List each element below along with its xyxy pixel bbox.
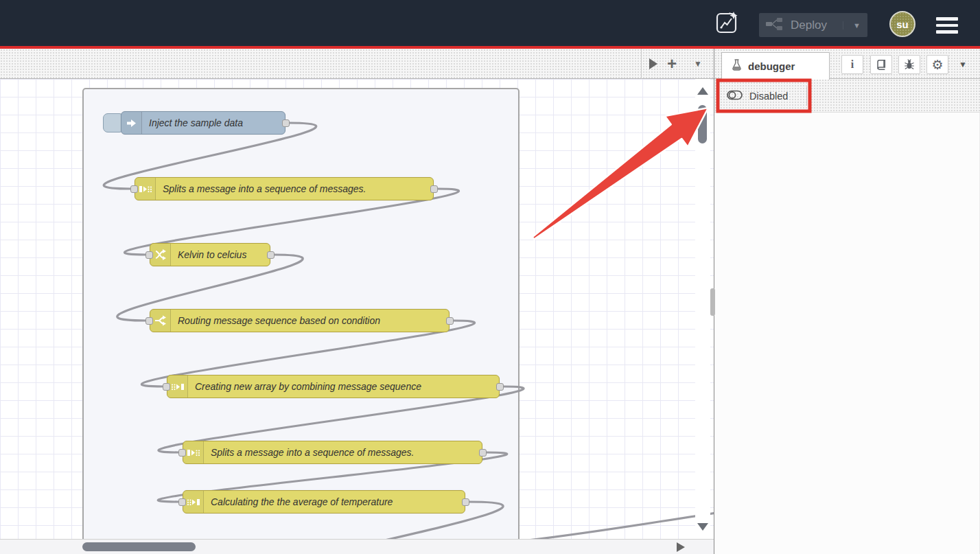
book-icon[interactable] [870,55,892,74]
input-port[interactable] [178,498,186,506]
node-label: Kelvin to celcius [171,249,255,260]
node-label: Creating new array by combining message … [188,381,430,392]
fork-icon [150,310,171,332]
node-inject[interactable]: Inject the sample data [121,111,285,135]
canvas-vscrollbar[interactable] [695,79,710,539]
hscroll-thumb[interactable] [82,542,196,551]
tab-debugger-label: debugger [748,60,795,72]
node-switch[interactable]: Routing message sequence based on condit… [150,309,450,332]
node-split-2[interactable]: Splits a message into a sequence of mess… [183,441,482,464]
node-average[interactable]: Calculating the the average of temperatu… [183,490,465,513]
workspace-tabbar: + ▼ [0,49,714,79]
info-icon[interactable]: i [841,55,863,74]
avatar-initials: su [896,19,909,30]
node-change[interactable]: Kelvin to celcius [150,243,270,266]
node-label: Routing message sequence based on condit… [171,315,388,326]
flask-icon [732,59,742,73]
join-icon [183,491,204,513]
node-join-1[interactable]: Creating new array by combining message … [167,375,500,398]
flow-canvas[interactable]: Inject the sample data Splits a message … [0,79,714,539]
sidebar-resize-handle[interactable] [710,288,715,316]
gear-icon[interactable]: ⚙ [926,55,948,74]
inject-arrow-icon [121,112,142,134]
debugger-toolbar: Disabled [714,79,980,113]
input-port[interactable] [130,185,138,193]
input-port[interactable] [145,251,153,259]
tabbar-separator [641,49,642,79]
tab-scroll-right-icon[interactable] [644,49,663,79]
debugger-panel-body [714,113,980,554]
deploy-button[interactable]: Deploy ▼ [759,13,867,37]
user-avatar[interactable]: su [889,11,915,37]
input-port[interactable] [178,449,186,457]
scroll-up-icon[interactable] [697,87,708,95]
toolbar-separator [806,86,807,106]
debugger-disabled-toggle[interactable]: Disabled [727,87,788,105]
join-icon [167,376,188,397]
add-flow-icon[interactable]: + [662,49,682,79]
input-port[interactable] [145,317,153,325]
output-port[interactable] [496,383,504,391]
sidebar-caret-icon[interactable]: ▼ [955,55,971,74]
canvas-hscrollbar[interactable] [0,539,714,554]
node-label: Splits a message into a sequence of mess… [204,447,423,458]
sidebar-tabbar: debugger i ⚙ ▼ [714,49,980,79]
tab-debugger[interactable]: debugger [721,52,830,80]
output-port[interactable] [430,185,438,193]
shuffle-icon [150,244,171,266]
sidebar: debugger i ⚙ ▼ [714,49,980,554]
deploy-caret-icon[interactable]: ▼ [843,21,861,30]
output-port[interactable] [282,119,290,127]
bug-icon[interactable] [898,55,920,74]
output-port[interactable] [446,317,454,325]
vscroll-thumb[interactable] [698,105,707,143]
flow-list-caret-icon[interactable]: ▼ [688,49,708,79]
scroll-down-icon[interactable] [697,523,708,531]
output-port[interactable] [462,498,469,506]
split-icon [135,178,156,200]
header-bar: Deploy ▼ su [0,0,980,46]
disabled-label: Disabled [749,91,788,102]
output-port[interactable] [267,251,275,259]
scroll-right-icon[interactable] [677,542,685,552]
output-port[interactable] [479,449,487,457]
deploy-icon [766,18,782,33]
main-menu-icon[interactable] [936,17,958,34]
split-icon [183,441,204,463]
node-split-1[interactable]: Splits a message into a sequence of mess… [135,177,434,200]
node-label: Calculating the the average of temperatu… [204,496,401,507]
header-accent-line [0,46,980,49]
flow-assistant-icon[interactable] [715,11,740,36]
node-label: Splits a message into a sequence of mess… [156,183,375,194]
deploy-label: Deploy [791,19,827,32]
toggle-off-icon [727,90,743,103]
node-label: Inject the sample data [142,117,251,128]
input-port[interactable] [163,383,170,391]
